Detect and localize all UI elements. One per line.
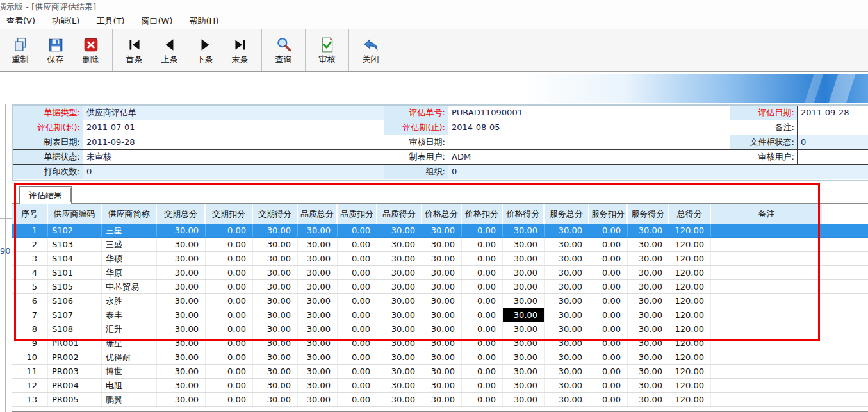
table-cell[interactable]: 电阻 (102, 379, 157, 392)
table-cell[interactable]: 华原 (102, 266, 157, 279)
table-cell[interactable]: 30.00 (422, 266, 462, 279)
table-cell[interactable]: 珊星 (102, 336, 157, 350)
table-cell[interactable]: 30.00 (377, 280, 422, 293)
table-cell[interactable]: 0.00 (589, 336, 628, 350)
field-remark-value[interactable] (798, 120, 868, 135)
table-cell[interactable]: 30.00 (253, 280, 298, 293)
table-cell[interactable]: 中芯贸易 (102, 280, 157, 293)
table-cell[interactable]: 0.00 (589, 308, 628, 322)
table-cell[interactable]: 0.00 (206, 322, 253, 336)
table-row[interactable]: 9PR001珊星30.000.0030.0030.000.0030.0030.0… (12, 336, 868, 350)
table-cell[interactable]: 0.00 (589, 266, 628, 279)
table-cell[interactable]: 0.00 (338, 266, 377, 279)
table-cell[interactable]: 0.00 (206, 336, 253, 350)
table-row[interactable]: 8S108汇升30.000.0030.0030.000.0030.0030.00… (12, 322, 868, 336)
table-cell[interactable]: 30.00 (628, 280, 669, 293)
table-cell[interactable]: 30.00 (377, 308, 422, 322)
table-cell[interactable]: S103 (48, 238, 102, 251)
table-cell[interactable] (711, 224, 823, 237)
table-cell[interactable]: 鹏翼 (102, 393, 157, 406)
table-cell[interactable]: 30.00 (422, 252, 462, 265)
table-cell[interactable]: 30.00 (545, 266, 589, 279)
duplicate-button[interactable]: 重制 (3, 29, 38, 71)
table-cell[interactable]: 120.00 (669, 365, 711, 378)
table-cell[interactable]: 30.00 (545, 379, 589, 392)
table-cell[interactable]: 0.00 (338, 365, 377, 378)
table-cell[interactable]: 30.00 (253, 294, 298, 308)
menu-item-tools[interactable]: 工具(T) (96, 15, 124, 27)
menu-item-view[interactable]: 查看(V) (6, 15, 35, 27)
field-audit-user-value[interactable] (798, 150, 868, 164)
table-cell[interactable]: 华硕 (102, 252, 157, 265)
table-cell[interactable]: 30.00 (157, 238, 206, 251)
table-cell[interactable]: 0.00 (206, 252, 253, 265)
table-cell[interactable]: 0.00 (338, 294, 377, 308)
table-cell[interactable]: 30.00 (503, 266, 545, 279)
table-cell[interactable]: 3 (12, 252, 48, 265)
menu-item-window[interactable]: 窗口(W) (142, 15, 173, 27)
tab-evaluation-results[interactable]: 评估结果 (19, 186, 72, 204)
table-cell[interactable]: 30.00 (503, 379, 545, 392)
table-cell[interactable]: 30.00 (628, 365, 669, 378)
table-cell[interactable]: 30.00 (503, 238, 545, 251)
table-cell[interactable]: 120.00 (669, 280, 711, 293)
table-cell[interactable]: S101 (48, 266, 102, 279)
table-cell[interactable]: 永胜 (102, 294, 157, 308)
table-cell[interactable]: 30.00 (545, 393, 589, 406)
table-cell[interactable]: 30.00 (253, 393, 298, 406)
table-cell[interactable]: 0.00 (338, 350, 377, 364)
table-cell[interactable]: 0.00 (462, 322, 503, 336)
table-row[interactable]: 5S105中芯贸易30.000.0030.0030.000.0030.0030.… (12, 280, 868, 294)
delete-button[interactable]: 删除 (73, 29, 108, 71)
table-cell[interactable] (711, 336, 823, 350)
table-cell[interactable]: 30.00 (422, 294, 462, 308)
table-cell[interactable]: 30.00 (157, 280, 206, 293)
table-cell[interactable]: 30.00 (422, 379, 462, 392)
table-cell[interactable]: 30.00 (628, 224, 669, 237)
table-cell[interactable]: 30.00 (157, 365, 206, 378)
table-cell[interactable]: 30.00 (545, 294, 589, 308)
table-cell[interactable] (711, 350, 823, 364)
table-cell[interactable]: 0.00 (462, 266, 503, 279)
table-cell[interactable] (711, 365, 823, 378)
table-cell[interactable]: 7 (12, 308, 48, 322)
first-record-button[interactable]: 首条 (117, 29, 152, 71)
table-cell[interactable]: 30.00 (628, 379, 669, 392)
table-cell[interactable]: 0.00 (206, 294, 253, 308)
next-record-button[interactable]: 下条 (187, 29, 222, 71)
table-cell[interactable]: S106 (48, 294, 102, 308)
table-cell[interactable]: 0.00 (589, 252, 628, 265)
table-cell[interactable]: 2 (12, 238, 48, 251)
table-cell[interactable]: 13 (12, 393, 48, 406)
table-cell[interactable]: S104 (48, 252, 102, 265)
table-cell[interactable]: 30.00 (628, 322, 669, 336)
table-cell[interactable]: 30.00 (628, 266, 669, 279)
table-cell[interactable]: 30.00 (545, 280, 589, 293)
table-cell[interactable]: 30.00 (545, 252, 589, 265)
table-cell[interactable]: 30.00 (298, 393, 338, 406)
table-cell[interactable]: 30.00 (298, 308, 338, 322)
table-cell[interactable]: 30.00 (157, 350, 206, 364)
query-button[interactable]: 查询 (266, 29, 301, 71)
table-cell[interactable]: 三星 (102, 224, 157, 237)
table-cell[interactable]: S105 (48, 280, 102, 293)
table-cell[interactable]: 0.00 (462, 308, 503, 322)
table-cell[interactable]: 0.00 (338, 336, 377, 350)
table-cell[interactable]: 30.00 (503, 336, 545, 350)
table-cell[interactable]: 0.00 (338, 252, 377, 265)
table-cell[interactable]: 30.00 (157, 294, 206, 308)
table-cell[interactable]: 0.00 (589, 379, 628, 392)
menu-item-function[interactable]: 功能(L) (52, 15, 79, 27)
table-cell[interactable]: 0.00 (589, 393, 628, 406)
table-row[interactable]: 1S102三星30.000.0030.0030.000.0030.0030.00… (12, 224, 868, 238)
table-cell[interactable]: 0.00 (589, 294, 628, 308)
table-cell[interactable]: 30.00 (503, 294, 545, 308)
table-cell[interactable]: 0.00 (338, 322, 377, 336)
table-cell[interactable]: 120.00 (669, 350, 711, 364)
table-cell[interactable]: 30.00 (422, 393, 462, 406)
table-cell[interactable]: 30.00 (253, 238, 298, 251)
table-cell[interactable]: 0.00 (589, 238, 628, 251)
table-cell[interactable]: 30.00 (298, 252, 338, 265)
table-cell[interactable] (711, 252, 823, 265)
table-cell[interactable]: 30.00 (545, 350, 589, 364)
